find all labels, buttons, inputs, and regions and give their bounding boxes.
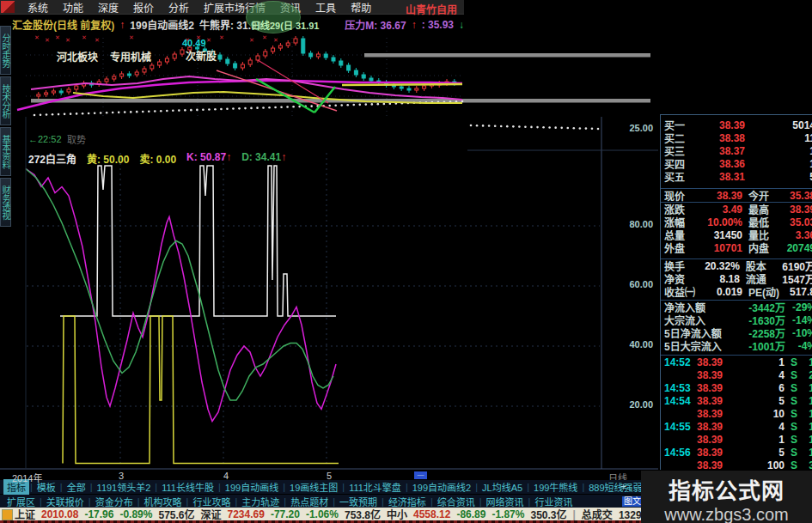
tick-volume: 1 [733,356,791,368]
tick-row[interactable]: 14:5338.396S1 [661,381,812,394]
custom-menu-item[interactable]: 山青竹自用 [406,2,457,16]
chart-series [342,84,462,85]
menu-item[interactable]: 报价 [133,0,154,15]
tick-row[interactable]: 14:5438.395S1 [661,394,812,407]
indicator-tab[interactable]: 199牛熊线 [530,479,581,495]
buy-level-label: 买五 [664,169,695,184]
chart-dot [112,112,114,114]
chart-rect [415,88,418,90]
indicator-tab[interactable]: JL均线A5 [479,479,526,495]
left-tab-strip: 分时走势技术分析基本资料财务透视 [0,26,11,228]
sidebar-tab[interactable]: 分时走势 [0,26,11,75]
indicator-name[interactable]: 272白三角 [28,151,76,166]
tick-side: S [791,421,802,433]
x-axis-tick: 2014年 [12,471,42,484]
status-segment: 上证 [15,507,35,521]
tick-side: S [791,395,802,407]
menu-item[interactable]: 分析 [168,0,189,15]
tick-row[interactable]: 38.3910S1 [661,407,812,420]
signal-mark-icon: ✕ [95,37,100,43]
current-price-row-label2: 今开 [748,188,786,203]
info-tab[interactable]: 主力轨迹 [238,494,283,509]
tick-row[interactable]: 38.394S2 [661,368,812,381]
chart-dot [352,104,355,106]
info-tab[interactable]: 综合资讯 [434,494,479,509]
chart-rect [256,56,259,60]
chart-dot [214,108,217,111]
menu-item[interactable]: 系统 [27,0,48,15]
indicator-tab[interactable]: 19画线主图 [286,479,341,495]
tick-row[interactable]: 14:5638.395S1 [661,446,812,459]
menu-item[interactable]: 深度 [98,0,119,15]
tuwen-button[interactable]: 图文 [622,496,643,507]
sidebar-tab[interactable]: 财务透视 [0,178,11,227]
chart-rect [362,75,365,78]
info-tab[interactable]: 网络资讯 [483,494,528,509]
tick-count: 1 [802,395,812,407]
status-bar-icon[interactable] [2,509,13,520]
chart-rect [241,64,244,68]
chart-dot [542,126,545,129]
buy-row[interactable]: 买三38.371 [661,144,812,157]
chart-dot [244,107,247,110]
tick-time: 14:54 [664,395,697,407]
tick-volume: 6 [733,382,791,394]
watermark-title: 指标公式网 [641,473,812,505]
indicator-tab[interactable]: 1191领头羊2 [94,479,155,495]
tick-volume: 1 [733,434,791,446]
indicator-tab[interactable]: 199自动画线2 [409,479,474,495]
status-segment: | [573,508,576,520]
up-arrow-icon: ↑ [281,151,286,163]
tick-time: 14:52 [664,356,697,368]
menu-item[interactable]: 工具 [315,0,336,15]
chart-rect [248,60,252,64]
signal-mark-icon: ✕ [55,34,60,40]
indicator-tab[interactable]: 111长线牛股 [158,479,217,495]
chart-title-bar: 汇金股份(日线 前复权) ↑ 199自动画线2 牛熊界: 31.91 ↑ 压力M… [0,15,464,34]
signal-mark-icon: ✕ [129,34,134,40]
tick-row[interactable]: 14:5538.394S1 [661,420,812,433]
chart-dot [226,107,229,110]
buy-volume: 1 [745,158,812,170]
h-scrollbar-thumb[interactable]: — [414,471,427,479]
sidebar-tab[interactable]: 技术分析 [0,76,11,125]
stat-row-value: 31450 [705,229,742,241]
chart-dot [506,125,509,128]
chart-dot [573,127,576,130]
tick-price: 38.39 [697,434,733,446]
tick-row[interactable]: 14:5238.391S1 [661,356,812,368]
chart-rect [158,62,162,65]
indicator-tab[interactable]: 199自动画线 [222,479,282,495]
tick-trade-list[interactable]: 14:5238.391S138.394S214:5338.396S114:543… [661,355,812,470]
sector-label: 次新股 [186,48,217,63]
info-tab[interactable]: 关联报价 [43,494,88,509]
indicator-tab[interactable]: 全部 [64,479,89,495]
chart-rect [143,69,146,72]
chart-rect [127,74,131,76]
stat-row-label: 收益㈠ [664,284,705,299]
menu-item[interactable]: 帮助 [351,0,371,15]
chart-dot [172,110,174,113]
chart-rect [105,79,108,82]
tick-volume: 4 [733,369,791,381]
tick-count: 1 [802,421,812,433]
time-artifact-label: ←22:52 [28,134,62,144]
status-segment: 350.3亿 [530,507,566,521]
info-tab[interactable]: 热点题材 [287,494,332,509]
tick-row[interactable]: 38.39100S3 [661,459,812,470]
chart-dot [268,106,271,109]
indicator-tabs-row: 指标|模板|全部|1191领头羊2|111长线牛股|199自动画线|19画线主图… [0,480,658,494]
buy-row[interactable]: 买一38.395014 [661,119,812,131]
sidebar-tab[interactable]: 基本资料 [0,127,11,176]
stat-row-value2: 517.8 [786,286,812,298]
chart-dot [46,113,48,116]
tick-price: 38.39 [697,369,733,381]
info-tab[interactable]: 资金分布 [92,494,137,509]
indicator-tab[interactable]: 111北斗擎盘 [345,479,405,495]
tick-side: S [791,459,802,471]
menu-item[interactable]: 功能 [63,0,83,15]
buy-row[interactable]: 买二38.3811 [661,131,812,144]
tick-row[interactable]: 38.391S1 [661,433,812,446]
buy-row[interactable]: 买五38.315 [661,170,812,183]
buy-row[interactable]: 买四38.361 [661,157,812,170]
